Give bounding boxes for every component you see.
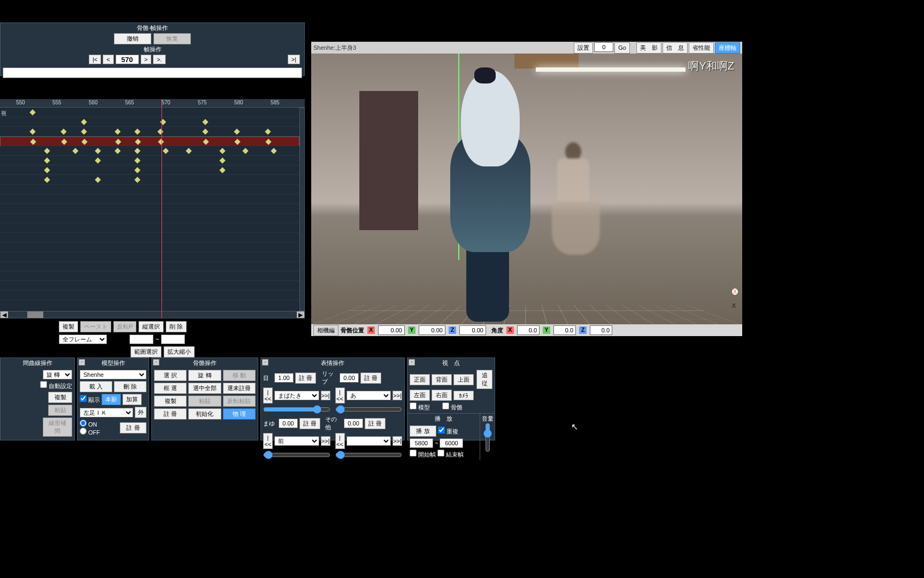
timeline-rows[interactable] (0, 108, 299, 313)
timeline-row[interactable] (0, 165, 299, 175)
eye-slider[interactable] (263, 405, 330, 414)
vp-info-button[interactable]: 信 息 (663, 42, 688, 54)
timeline-grid[interactable]: 550555560565570575580585 視 ◀ ▶ (0, 99, 305, 318)
keyframe[interactable] (30, 139, 36, 144)
frame-scope-select[interactable]: 全フレーム (59, 334, 107, 344)
timeline-row[interactable] (0, 156, 299, 165)
auto-set-check[interactable]: 自動設定 (40, 381, 72, 390)
timeline-scroll-h[interactable]: ◀ ▶ (0, 311, 305, 318)
other-slider[interactable] (335, 451, 403, 459)
timeline-scroll-v[interactable] (299, 108, 305, 311)
range-from-input[interactable] (129, 334, 153, 344)
keyframe[interactable] (29, 128, 35, 134)
blink-select[interactable]: まばたき (274, 391, 319, 400)
view-left-button[interactable]: 左面 (410, 390, 430, 401)
play-to-input[interactable] (440, 438, 463, 448)
view-back-button[interactable]: 背面 (432, 374, 452, 385)
keyframe[interactable] (95, 157, 101, 163)
range-select-button[interactable]: 範囲選択 (130, 346, 161, 358)
vp-axis-button[interactable]: 座標軸 (715, 42, 740, 54)
frame-last-button[interactable]: >| (288, 55, 300, 64)
brow-select[interactable]: 前 (274, 436, 319, 446)
timeline-row[interactable] (0, 194, 299, 204)
keyframe[interactable] (61, 139, 67, 144)
minimize-icon[interactable]: - (153, 359, 159, 366)
minimize-icon[interactable]: - (79, 359, 85, 366)
timeline-row[interactable] (0, 214, 299, 223)
minimize-icon[interactable]: - (409, 359, 415, 366)
keyframe[interactable] (203, 139, 209, 144)
select-all-button[interactable]: 選中全部 (188, 383, 221, 394)
keyframe[interactable] (44, 157, 50, 163)
zoom-button[interactable]: 拡大縮小 (164, 346, 195, 358)
keyframe[interactable] (44, 177, 50, 182)
keyframe[interactable] (157, 128, 163, 134)
blink-first-button[interactable]: |<< (263, 387, 273, 404)
brow-last-button[interactable]: >>| (321, 436, 330, 446)
play-from-input[interactable] (410, 438, 433, 448)
keyframe[interactable] (135, 167, 141, 173)
keyframe[interactable] (234, 139, 240, 144)
brow-value-input[interactable] (279, 419, 298, 428)
keyframe[interactable] (220, 157, 226, 163)
keyframe[interactable] (203, 119, 209, 125)
model-shenhe[interactable] (434, 65, 541, 322)
eye-register-button[interactable]: 註 冊 (295, 372, 316, 384)
pos-y-input[interactable] (419, 325, 445, 335)
blink-last-button[interactable]: >>| (321, 391, 330, 400)
ang-y-input[interactable] (553, 325, 576, 335)
timeline-row[interactable] (0, 117, 299, 127)
timeline-row[interactable] (0, 271, 299, 281)
keyframe[interactable] (81, 128, 87, 134)
keyframe[interactable] (44, 148, 50, 154)
keyframe[interactable] (265, 128, 271, 134)
timeline-row[interactable] (0, 223, 299, 233)
keyframe[interactable] (29, 109, 35, 115)
undo-button[interactable]: 撤销 (114, 33, 151, 44)
self-shadow-button[interactable]: 本影 (102, 394, 121, 405)
keyframe[interactable] (114, 148, 120, 154)
minimize-icon[interactable]: - (262, 359, 268, 366)
other-first-button[interactable]: |<< (335, 433, 345, 449)
timeline-row[interactable] (0, 252, 299, 262)
lip-value-input[interactable] (340, 373, 359, 383)
ang-x-input[interactable] (517, 325, 540, 335)
keyframe[interactable] (81, 139, 87, 144)
eye-value-input[interactable] (274, 373, 294, 383)
keyframe[interactable] (186, 148, 191, 154)
bone-register-button[interactable]: 註 冊 (154, 408, 187, 420)
pos-x-input[interactable] (378, 325, 405, 335)
keyframe[interactable] (220, 167, 226, 173)
volume-slider[interactable] (484, 423, 491, 452)
ik-off-radio[interactable]: OFF (80, 429, 100, 436)
keyframe[interactable] (265, 139, 271, 144)
end-frame-check[interactable]: 結束幀 (437, 450, 464, 459)
mouth-select[interactable]: あ (346, 391, 391, 400)
view-top-button[interactable]: 上面 (453, 374, 474, 385)
lip-slider[interactable] (335, 405, 403, 414)
vp-settings-button[interactable]: 設置 (574, 42, 593, 54)
keyframe[interactable] (44, 167, 50, 173)
timeline-row[interactable] (0, 291, 299, 300)
follow-model-check[interactable]: 模型 (410, 402, 430, 412)
timeline-row[interactable] (0, 175, 299, 185)
keyframe[interactable] (220, 148, 226, 154)
view-follow-button[interactable]: 追従 (476, 370, 492, 389)
timeline-row[interactable] (0, 233, 299, 242)
scroll-left-button[interactable]: ◀ (1, 311, 8, 318)
frame-step-button[interactable]: >. (153, 55, 165, 64)
view-right-button[interactable]: 右面 (432, 390, 452, 401)
playhead[interactable] (161, 99, 162, 318)
current-frame-input[interactable] (116, 55, 139, 64)
camera-edit-mode[interactable]: 相機編 (313, 325, 338, 336)
scroll-thumb[interactable] (27, 311, 43, 318)
repeat-check[interactable]: 重複 (438, 427, 458, 436)
timeline-row[interactable] (0, 108, 299, 117)
timeline-row[interactable] (0, 127, 299, 136)
vp-shadow-button[interactable]: 美 影 (636, 42, 661, 54)
keyframe[interactable] (72, 148, 78, 154)
keyframe[interactable] (271, 148, 276, 154)
play-button[interactable]: 播 放 (410, 425, 436, 437)
mouth-last-button[interactable]: >>| (392, 391, 402, 400)
keyframe[interactable] (115, 139, 121, 144)
